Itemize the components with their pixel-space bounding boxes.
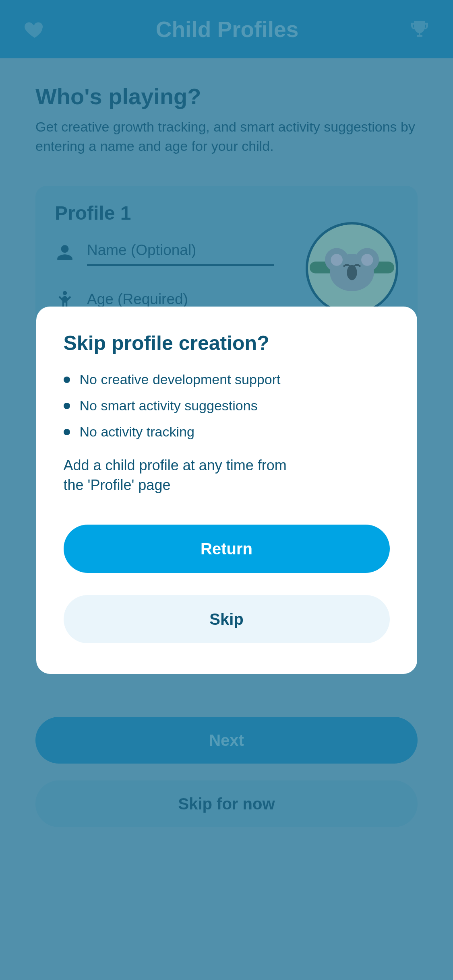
skip-profile-modal: Skip profile creation? No creative devel… [36,307,417,674]
list-item-text: No creative development support [80,372,281,387]
list-item: No smart activity suggestions [64,398,390,414]
modal-title: Skip profile creation? [64,331,390,355]
return-button[interactable]: Return [64,525,390,573]
modal-note: Add a child profile at any time from the… [64,456,289,495]
modal-consequences-list: No creative development support No smart… [64,372,390,440]
bullet-icon [64,403,70,409]
bullet-icon [64,377,70,383]
skip-button[interactable]: Skip [64,595,390,643]
list-item-text: No smart activity suggestions [80,398,258,414]
bullet-icon [64,429,70,435]
list-item-text: No activity tracking [80,424,194,440]
list-item: No activity tracking [64,424,390,440]
modal-overlay[interactable]: Skip profile creation? No creative devel… [0,0,453,980]
list-item: No creative development support [64,372,390,387]
